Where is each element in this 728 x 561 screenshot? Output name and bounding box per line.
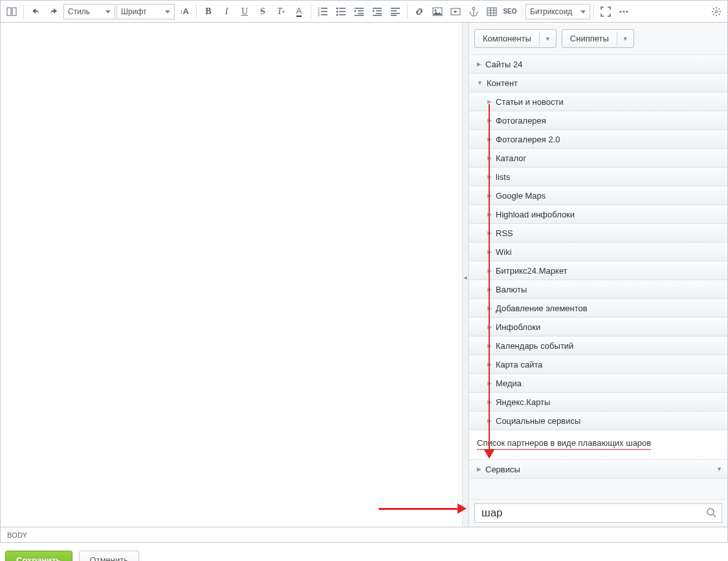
tree-item-label: Фотогалерея [496, 116, 546, 126]
svg-rect-16 [358, 13, 364, 14]
search-icon[interactable] [701, 507, 722, 520]
chevron-down-icon[interactable]: ▼ [617, 32, 634, 46]
tree-item[interactable]: Инфоблоки [469, 318, 727, 336]
align-button[interactable] [387, 3, 404, 20]
svg-rect-23 [391, 10, 397, 12]
tab-components[interactable]: Компоненты ▼ [474, 29, 557, 48]
svg-rect-3 [321, 8, 327, 9]
svg-rect-25 [391, 15, 397, 16]
search-result-item[interactable]: Список партнеров в виде плавающих шаров [469, 430, 727, 460]
tree-item[interactable]: Медиа [469, 374, 727, 393]
image-button[interactable] [429, 3, 446, 20]
tree-item-label: Highload инфоблоки [496, 210, 575, 219]
svg-rect-15 [358, 10, 364, 12]
component-search-input[interactable] [475, 507, 701, 520]
svg-rect-9 [339, 8, 346, 9]
sidebar-tabs: Компоненты ▼ Сниппеты ▼ [469, 23, 727, 55]
svg-rect-22 [391, 8, 400, 9]
tree-item-label: Каталог [496, 153, 526, 163]
tree-item[interactable]: Каталог [469, 149, 727, 168]
tree-item-label: Календарь событий [496, 341, 573, 351]
svg-rect-24 [391, 13, 400, 14]
tree-item[interactable]: Highload инфоблоки [469, 205, 727, 224]
chevron-down-icon[interactable]: ▼ [539, 32, 556, 46]
fullscreen-button[interactable] [597, 3, 614, 20]
table-button[interactable] [483, 3, 500, 20]
svg-point-29 [472, 7, 475, 10]
editor-container: Компоненты ▼ Сниппеты ▼ Сайты 24КонтентС… [0, 23, 728, 527]
tree-item[interactable]: Google Maps [469, 186, 727, 205]
editor-canvas[interactable] [1, 23, 462, 527]
tree-item[interactable]: Сайты 24 [469, 55, 727, 74]
video-button[interactable] [447, 3, 464, 20]
anchor-button[interactable] [465, 3, 482, 20]
svg-point-36 [623, 10, 625, 12]
indent-button[interactable] [369, 3, 386, 20]
tree-item-label: Добавление элементов [496, 303, 588, 313]
tree-item[interactable]: Контент [469, 74, 727, 93]
tree-item[interactable]: lists [469, 168, 727, 186]
tree-item[interactable]: Статьи и новости [469, 93, 727, 111]
component-tree[interactable]: Сайты 24КонтентСтатьи и новостиФотогалер… [469, 55, 727, 499]
tree-item[interactable]: Wiki [469, 243, 727, 261]
tree-item-label: Инфоблоки [496, 322, 540, 332]
editor-toolbar: Стиль Шрифт ↕A B I U S Tx A 123 SEO Битр… [0, 0, 728, 23]
tree-item-label: Социальные сервисы [496, 416, 580, 426]
redo-button[interactable] [45, 3, 62, 20]
text-color-button[interactable]: A [291, 3, 307, 20]
tree-item-label: Сервисы [485, 465, 520, 474]
font-select[interactable]: Шрифт [116, 4, 175, 19]
tree-item-label: Фотогалерея 2.0 [496, 135, 560, 144]
sidebar-resize-handle[interactable] [462, 23, 469, 527]
more-button[interactable] [615, 3, 632, 20]
tree-item[interactable]: Яндекс.Карты [469, 393, 727, 412]
tree-item[interactable]: Календарь событий [469, 336, 727, 355]
style-select[interactable]: Стиль [63, 4, 115, 19]
tree-item[interactable]: Карта сайта [469, 355, 727, 374]
undo-button[interactable] [27, 3, 44, 20]
tree-item-label: Битрикс24.Маркет [496, 266, 568, 276]
tree-item[interactable]: Фотогалерея [469, 111, 727, 130]
underline-button[interactable]: U [236, 3, 253, 20]
tree-item[interactable]: Валюты [469, 280, 727, 299]
svg-point-12 [336, 14, 338, 16]
tree-item[interactable]: RSS [469, 224, 727, 243]
strike-button[interactable]: S [254, 3, 271, 20]
template-select[interactable]: Битриксоид [525, 4, 590, 19]
clear-format-button[interactable]: Tx [272, 3, 289, 20]
tree-item[interactable]: Сервисы▼ [469, 460, 727, 479]
tree-item-label: lists [496, 172, 510, 182]
settings-button[interactable] [708, 3, 725, 20]
dom-path: BODY [7, 531, 27, 539]
svg-point-27 [435, 9, 437, 11]
unordered-list-button[interactable] [333, 3, 349, 20]
font-size-button[interactable]: ↕A [176, 3, 193, 20]
tree-item[interactable]: Добавление элементов [469, 299, 727, 318]
save-button[interactable]: Сохранить [5, 551, 72, 561]
tree-item[interactable]: Фотогалерея 2.0 [469, 130, 727, 149]
tree-item-label: Google Maps [496, 191, 546, 201]
tab-snippets[interactable]: Сниппеты ▼ [562, 29, 634, 48]
cancel-button[interactable]: Отменить [79, 551, 139, 561]
svg-line-40 [713, 514, 716, 517]
svg-text:3: 3 [318, 13, 320, 17]
svg-rect-30 [487, 8, 496, 16]
svg-rect-21 [373, 15, 382, 16]
tree-item-label: Медиа [496, 379, 522, 388]
ordered-list-button[interactable]: 123 [314, 3, 331, 20]
seo-button[interactable]: SEO [502, 3, 518, 20]
tree-item-label: Яндекс.Карты [496, 397, 550, 407]
tree-item-label: Wiki [496, 247, 512, 257]
tree-item[interactable]: Битрикс24.Маркет [469, 261, 727, 280]
italic-button[interactable]: I [218, 3, 235, 20]
link-button[interactable] [411, 3, 428, 20]
outdent-button[interactable] [351, 3, 368, 20]
split-view-icon[interactable] [3, 3, 20, 20]
bold-button[interactable]: B [200, 3, 217, 20]
footer-buttons: Сохранить Отменить [0, 543, 728, 561]
svg-rect-14 [355, 8, 364, 9]
component-search-bar [469, 499, 727, 527]
svg-rect-17 [355, 15, 364, 16]
tree-item[interactable]: Социальные сервисы [469, 412, 727, 430]
svg-rect-13 [339, 14, 346, 16]
